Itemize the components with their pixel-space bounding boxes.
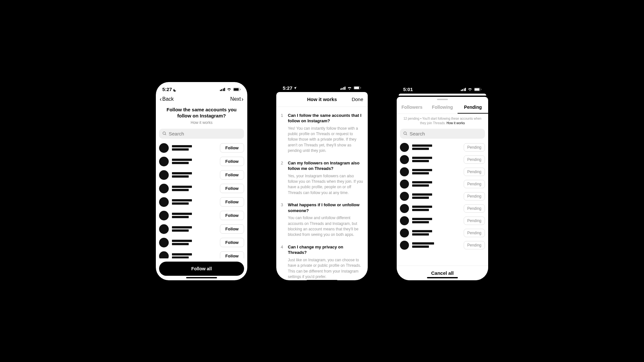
follow-button[interactable]: Follow (220, 238, 244, 247)
how-it-works-link[interactable]: How it works (162, 120, 241, 125)
pending-list: Pending Pending Pending Pending Pending … (397, 141, 488, 265)
avatar[interactable] (159, 170, 169, 180)
avatar[interactable] (400, 143, 409, 152)
svg-point-11 (404, 132, 406, 135)
list-item: Pending (400, 227, 485, 239)
next-button[interactable]: Next › (230, 96, 243, 102)
avatar[interactable] (159, 184, 169, 193)
redacted-name (172, 253, 217, 258)
screen-how-it-works: 5:27 How it works Done 1 Can I follow th… (276, 82, 368, 280)
svg-rect-10 (481, 88, 481, 90)
faq-item: 3 What happens if I follow or unfollow s… (281, 199, 363, 241)
svg-point-3 (163, 132, 166, 135)
search-input[interactable] (410, 131, 482, 136)
redacted-name (172, 240, 217, 245)
search-box[interactable] (400, 129, 485, 139)
tab-followers[interactable]: Followers (397, 101, 427, 114)
time-label: 5:27 (162, 87, 172, 92)
list-item: Follow (159, 209, 244, 222)
follow-button[interactable]: Follow (220, 211, 244, 220)
faq-content: What happens if I follow or unfollow som… (288, 202, 363, 238)
search-input[interactable] (169, 131, 241, 136)
avatar[interactable] (159, 143, 169, 153)
avatar[interactable] (159, 157, 169, 166)
faq-number: 1 (281, 113, 284, 154)
nav-bar: ‹ Back Next › (156, 94, 247, 105)
redacted-name (412, 230, 460, 236)
sheet-grabber[interactable] (437, 99, 448, 100)
list-item: Follow (159, 249, 244, 258)
pending-button[interactable]: Pending (464, 241, 485, 249)
follow-button[interactable]: Follow (220, 184, 244, 193)
follow-button[interactable]: Follow (220, 197, 244, 207)
avatar[interactable] (400, 167, 409, 176)
avatar[interactable] (400, 216, 409, 225)
list-item: Pending (400, 190, 485, 202)
follow-all-button[interactable]: Follow all (159, 262, 244, 276)
faq-number: 4 (281, 244, 284, 280)
redacted-name (412, 193, 460, 199)
avatar[interactable] (159, 211, 169, 220)
home-indicator[interactable] (307, 280, 337, 280)
avatar[interactable] (159, 197, 169, 207)
status-bar: 5:27 (156, 82, 247, 94)
pending-button[interactable]: Pending (464, 143, 485, 152)
avatar[interactable] (400, 228, 409, 237)
follow-button[interactable]: Follow (220, 224, 244, 234)
chevron-right-icon: › (242, 96, 243, 102)
avatar[interactable] (159, 251, 169, 258)
info-prefix: 12 pending • You'll start following thes… (403, 117, 481, 125)
status-bar: 5:01 (397, 82, 488, 94)
search-icon (403, 131, 408, 136)
cellular-icon (340, 86, 346, 90)
list-item: Pending (400, 202, 485, 215)
avatar[interactable] (400, 180, 409, 189)
follow-button[interactable]: Follow (220, 251, 244, 258)
avatar[interactable] (159, 224, 169, 234)
avatar[interactable] (400, 204, 409, 213)
follow-button[interactable]: Follow (220, 157, 244, 166)
follow-button[interactable]: Follow (220, 143, 244, 153)
faq-question: Can I change my privacy on Threads? (288, 244, 363, 255)
faq-list: 1 Can I follow the same accounts that I … (276, 107, 368, 280)
pending-button[interactable]: Pending (464, 155, 485, 164)
home-indicator[interactable] (427, 277, 458, 278)
status-icons (340, 86, 362, 90)
avatar[interactable] (400, 192, 409, 201)
follow-button[interactable]: Follow (220, 170, 244, 180)
status-time: 5:27 (162, 87, 176, 92)
faq-answer: Yes! You can instantly follow those with… (288, 126, 363, 154)
svg-rect-6 (354, 87, 359, 89)
back-button[interactable]: ‹ Back (160, 96, 174, 102)
modal-title: How it works (307, 97, 337, 102)
redacted-name (172, 159, 217, 164)
pending-button[interactable]: Pending (464, 229, 485, 237)
redacted-name (172, 172, 217, 178)
wifi-icon (227, 88, 232, 91)
how-it-works-link[interactable]: How it works (447, 121, 465, 125)
list-item: Pending (400, 215, 485, 227)
search-box[interactable] (159, 129, 244, 139)
page-title: Follow the same accounts you follow on I… (162, 107, 241, 119)
cellular-icon (220, 88, 225, 91)
avatar[interactable] (159, 238, 169, 247)
done-button[interactable]: Done (352, 97, 363, 102)
pending-button[interactable]: Pending (464, 180, 485, 188)
pending-button[interactable]: Pending (464, 192, 485, 200)
list-item: Follow (159, 195, 244, 209)
list-item: Follow (159, 222, 244, 236)
pending-button[interactable]: Pending (464, 168, 485, 176)
avatar[interactable] (400, 155, 409, 164)
redacted-name (172, 186, 217, 191)
avatar[interactable] (400, 241, 409, 250)
faq-answer: Just like on Instagram, you can choose t… (288, 257, 363, 280)
pending-button[interactable]: Pending (464, 204, 485, 213)
pending-button[interactable]: Pending (464, 217, 485, 225)
redacted-name (172, 213, 217, 218)
home-indicator[interactable] (186, 277, 217, 278)
tab-following[interactable]: Following (427, 101, 458, 114)
tab-pending[interactable]: Pending (458, 101, 488, 114)
redacted-name (412, 157, 460, 162)
list-item: Follow (159, 168, 244, 182)
list-item: Pending (400, 153, 485, 166)
